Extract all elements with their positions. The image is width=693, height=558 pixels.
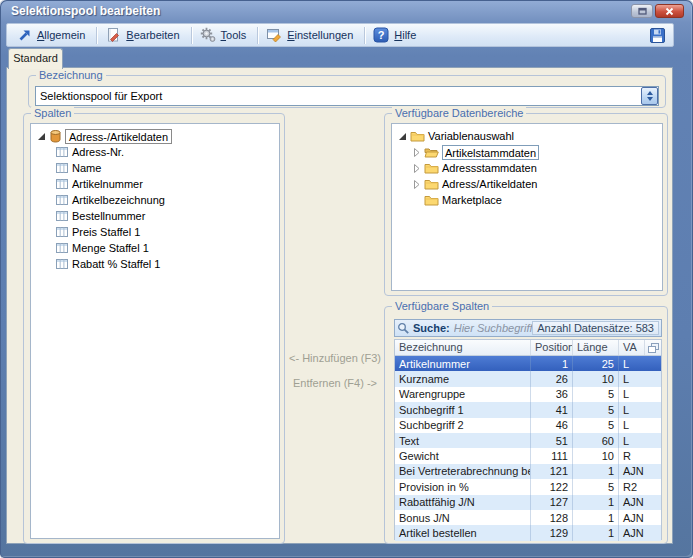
tree-node-label: Adress-Nr. <box>72 146 124 158</box>
table-row[interactable]: Artikel bestellen 129 1 AJN <box>395 525 661 540</box>
cell-va: L <box>619 387 661 402</box>
menu-label: Einstellungen <box>287 28 353 42</box>
tree-node-root[interactable]: Adress-/Artikeldaten <box>36 128 277 144</box>
group-label: Verfügbare Datenbereiche <box>392 107 526 120</box>
search-input[interactable] <box>454 322 533 334</box>
column-header-laenge[interactable]: Länge <box>573 340 619 355</box>
tab-standard[interactable]: Standard <box>8 48 63 69</box>
columns-table: Bezeichnung Position Länge VA Artikelnum… <box>394 339 662 540</box>
cell-va: AJN <box>619 464 661 479</box>
tree-node-column[interactable]: Name <box>36 160 277 176</box>
remove-button[interactable]: Entfernen (F4) -> <box>285 377 385 389</box>
restore-button[interactable] <box>631 4 653 18</box>
table-row[interactable]: Text 51 60 L <box>395 433 661 448</box>
add-button[interactable]: <- Hinzufügen (F3) <box>285 352 385 364</box>
cell-position: 46 <box>531 418 573 433</box>
tree-node-column[interactable]: Preis Staffel 1 <box>36 224 277 240</box>
tree-node-root[interactable]: Variablenauswahl <box>397 128 660 144</box>
table-icon <box>55 242 69 254</box>
tree-node-folder[interactable]: Artikelstammdaten <box>397 144 660 160</box>
cell-bezeichnung: Text <box>395 433 531 448</box>
window-controls <box>631 4 684 18</box>
close-button[interactable] <box>655 4 684 18</box>
menu-bearbeiten[interactable]: Bearbeiten <box>100 25 187 45</box>
tree-node-label: Artikelnummer <box>72 178 143 190</box>
cell-bezeichnung: Suchbegriff 2 <box>395 418 531 433</box>
cell-bezeichnung: Kurzname <box>395 371 531 386</box>
table-row[interactable]: Provision in % 122 5 R2 <box>395 479 661 494</box>
cell-position: 51 <box>531 433 573 448</box>
tree-node-folder[interactable]: Adress/Artikeldaten <box>397 176 660 192</box>
toolbar-separator <box>191 27 192 44</box>
search-bar: Suche: Anzahl Datensätze: 583 <box>394 319 662 337</box>
table-row[interactable]: Suchbegriff 1 41 5 L <box>395 402 661 417</box>
save-button[interactable] <box>647 26 668 45</box>
combobox-value: Selektionspool für Export <box>36 90 641 102</box>
tree-node-column[interactable]: Bestellnummer <box>36 208 277 224</box>
search-icon <box>397 322 410 335</box>
tree-node-folder[interactable]: Adressstammdaten <box>397 160 660 176</box>
column-header-bezeichnung[interactable]: Bezeichnung <box>395 340 531 355</box>
table-row[interactable]: Rabattfähig J/N 127 1 AJN <box>395 495 661 510</box>
tree-node-folder[interactable]: Marketplace <box>397 192 660 208</box>
table-row[interactable]: Bei Vertreterabrechnung berücksichtige 1… <box>395 464 661 479</box>
close-icon <box>665 7 674 16</box>
datenbereiche-tree-panel: Variablenauswahl Artikelstammdaten Adres… <box>391 123 663 291</box>
tree-node-label: Name <box>72 162 101 174</box>
cell-laenge: 1 <box>573 510 619 525</box>
expander-collapsed-icon[interactable] <box>411 164 421 173</box>
toolbar-separator <box>364 27 365 44</box>
search-label: Suche: <box>413 322 450 334</box>
expander-expanded-icon[interactable] <box>397 132 407 141</box>
cell-laenge: 5 <box>573 402 619 417</box>
table-icon <box>55 178 69 190</box>
combobox-spinner[interactable] <box>641 87 658 105</box>
table-row[interactable]: Bonus J/N 128 1 AJN <box>395 510 661 525</box>
cell-laenge: 60 <box>573 433 619 448</box>
table-row[interactable]: Suchbegriff 2 46 5 L <box>395 418 661 433</box>
table-icon <box>55 210 69 222</box>
menu-hilfe[interactable]: ? Hilfe <box>368 25 424 45</box>
tree-node-label[interactable]: Variablenauswahl <box>428 130 514 142</box>
cell-va: R <box>619 448 661 463</box>
tree-node-label[interactable]: Adress-/Artikeldaten <box>65 129 172 144</box>
spalten-tree-panel: Adress-/Artikeldaten Adress-Nr. Name Art… <box>30 123 280 539</box>
tree-node-label: Adress/Artikeldaten <box>442 178 537 190</box>
menu-allgemein[interactable]: Allgemein <box>12 25 93 45</box>
table-row[interactable]: Warengruppe 36 5 L <box>395 387 661 402</box>
menu-tools[interactable]: Tools <box>195 25 255 45</box>
group-label: Bezeichnung <box>36 69 106 82</box>
table-icon <box>55 162 69 174</box>
database-icon <box>49 129 62 143</box>
window-frame: Selektionspool bearbeiten Allgemein Bear… <box>0 0 693 558</box>
tree-node-column[interactable]: Menge Staffel 1 <box>36 240 277 256</box>
expander-collapsed-icon[interactable] <box>411 180 421 189</box>
expander-collapsed-icon[interactable] <box>411 148 421 157</box>
folder-icon <box>410 130 425 142</box>
tree-node-column[interactable]: Artikelnummer <box>36 176 277 192</box>
expander-expanded-icon[interactable] <box>36 132 46 141</box>
cell-bezeichnung: Suchbegriff 1 <box>395 402 531 417</box>
table-row[interactable]: Gewicht 111 10 R <box>395 448 661 463</box>
table-row[interactable]: Kurzname 26 10 L <box>395 371 661 386</box>
menu-label: Tools <box>221 28 247 42</box>
column-chooser-icon[interactable] <box>645 340 661 355</box>
tree-node-label: Artikelstammdaten <box>442 145 539 160</box>
folder-icon <box>424 162 439 174</box>
cell-position: 127 <box>531 495 573 510</box>
column-header-va[interactable]: VA <box>619 340 645 355</box>
tree-node-column[interactable]: Artikelbezeichnung <box>36 192 277 208</box>
table-row[interactable]: Artikelnummer 1 25 L <box>395 356 661 371</box>
cell-laenge: 5 <box>573 387 619 402</box>
menu-einstellungen[interactable]: Einstellungen <box>261 25 361 45</box>
tree-node-column[interactable]: Adress-Nr. <box>36 144 277 160</box>
datenbereiche-tree-children: Artikelstammdaten Adressstammdaten Adres… <box>397 144 660 208</box>
bezeichnung-group: Bezeichnung Selektionspool für Export <box>28 75 666 108</box>
tree-node-label: Marketplace <box>442 194 502 206</box>
tree-node-column[interactable]: Rabatt % Staffel 1 <box>36 256 277 272</box>
title-bar[interactable]: Selektionspool bearbeiten <box>0 0 693 22</box>
cell-bezeichnung: Rabattfähig J/N <box>395 495 531 510</box>
column-header-position[interactable]: Position <box>531 340 573 355</box>
bezeichnung-combobox[interactable]: Selektionspool für Export <box>35 86 659 106</box>
tab-label: Standard <box>13 52 58 64</box>
